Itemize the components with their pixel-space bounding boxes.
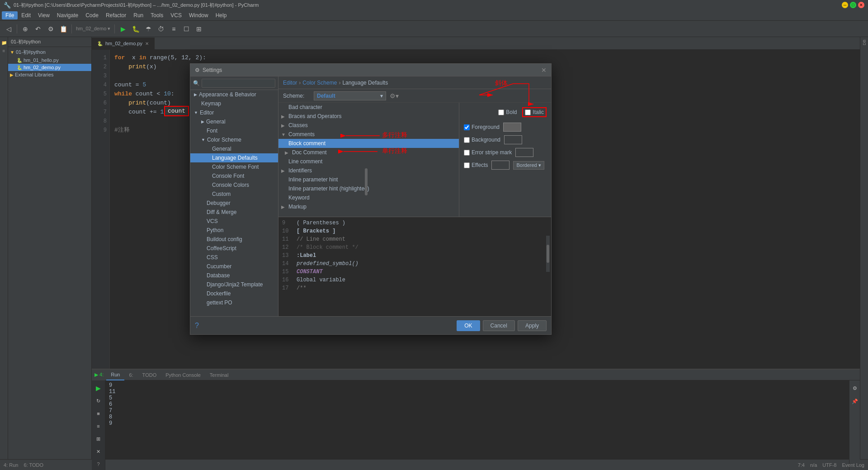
tree-block-comment[interactable]: Block comment bbox=[278, 139, 459, 148]
nav-general[interactable]: ▶ General bbox=[190, 117, 278, 126]
tree-comments[interactable]: ▼ Comments bbox=[278, 130, 459, 139]
tree-file-hello[interactable]: 🐍 hm_01_hello.py bbox=[8, 57, 91, 64]
effects-checkbox-label[interactable]: Effects bbox=[464, 162, 488, 168]
run-settings-button[interactable]: ⚙ bbox=[849, 382, 861, 394]
tab-close-icon[interactable]: ✕ bbox=[145, 41, 149, 46]
bottom-tab-run[interactable]: Run bbox=[106, 370, 124, 380]
bottom-tab-todo[interactable]: 6: bbox=[124, 370, 137, 380]
fg-checkbox-label[interactable]: Foreground bbox=[464, 124, 500, 130]
database-icon[interactable]: DB bbox=[861, 39, 868, 46]
tree-scrollbar[interactable] bbox=[364, 168, 368, 213]
menu-tools[interactable]: Tools bbox=[147, 11, 167, 19]
nav-gettext[interactable]: gettext PO bbox=[190, 298, 278, 307]
status-event-log[interactable]: Event Log bbox=[842, 462, 864, 468]
breadcrumb-color-scheme[interactable]: Color Scheme bbox=[302, 80, 337, 86]
run-btn-4[interactable]: ≡ bbox=[93, 420, 104, 432]
run-btn-5[interactable]: ⊞ bbox=[93, 433, 104, 445]
fg-checkbox[interactable] bbox=[464, 124, 470, 130]
status-run[interactable]: 4: Run bbox=[4, 462, 18, 468]
settings-dialog[interactable]: ⚙ Settings ✕ 🔍 ▶ Appearance & Behavior bbox=[190, 63, 552, 335]
toolbar-btn-2[interactable]: ↶ bbox=[32, 23, 44, 35]
run-btn-6[interactable]: ✕ bbox=[93, 446, 104, 457]
dialog-close-button[interactable]: ✕ bbox=[541, 66, 547, 74]
minimize-button[interactable]: ─ bbox=[842, 2, 848, 8]
run-stop-button[interactable]: ■ bbox=[93, 408, 104, 419]
tree-markup[interactable]: ▶ Markup bbox=[278, 202, 459, 211]
status-todo[interactable]: 6: TODO bbox=[24, 462, 43, 468]
foreground-color-swatch[interactable] bbox=[503, 123, 521, 132]
effects-checkbox[interactable] bbox=[464, 162, 470, 168]
nav-buildout[interactable]: Buildout config bbox=[190, 235, 278, 244]
tree-classes[interactable]: ▶ Classes bbox=[278, 121, 459, 130]
status-encoding[interactable]: UTF-8 bbox=[822, 462, 836, 468]
debug-button[interactable]: 🐛 bbox=[130, 23, 142, 35]
concurrency-button[interactable]: ≡ bbox=[168, 23, 179, 35]
bold-checkbox[interactable] bbox=[498, 109, 504, 115]
breadcrumb-editor[interactable]: Editor bbox=[283, 80, 297, 86]
apply-button[interactable]: Apply bbox=[518, 320, 547, 331]
nav-diff-merge[interactable]: Diff & Merge bbox=[190, 208, 278, 217]
nav-color-scheme[interactable]: ▼ Color Scheme bbox=[190, 135, 278, 144]
tree-identifiers[interactable]: ▶ Identifiers bbox=[278, 166, 459, 175]
tree-inline-hint-highlighted[interactable]: Inline parameter hint (highlighted) bbox=[278, 184, 459, 193]
tree-root-folder[interactable]: ▼ 01-初#python bbox=[8, 48, 91, 57]
background-color-swatch[interactable] bbox=[504, 135, 522, 144]
settings-search-input[interactable] bbox=[202, 79, 275, 88]
help-button[interactable]: ? bbox=[195, 322, 199, 330]
nav-python[interactable]: Python bbox=[190, 226, 278, 235]
close-button[interactable]: ✕ bbox=[858, 2, 864, 8]
menu-code[interactable]: Code bbox=[82, 11, 102, 19]
error-stripe-checkbox-label[interactable]: Error stripe mark bbox=[464, 149, 512, 156]
nav-keymap[interactable]: Keymap bbox=[190, 99, 278, 108]
cancel-button[interactable]: Cancel bbox=[483, 320, 515, 331]
nav-css[interactable]: CSS bbox=[190, 253, 278, 262]
nav-console-font[interactable]: Console Font bbox=[190, 171, 278, 180]
nav-appearance[interactable]: ▶ Appearance & Behavior bbox=[190, 90, 278, 99]
effects-color-swatch[interactable] bbox=[491, 161, 509, 170]
italic-checkbox[interactable] bbox=[525, 109, 531, 115]
menu-vcs[interactable]: VCS bbox=[167, 11, 185, 19]
menu-window[interactable]: Window bbox=[185, 11, 212, 19]
run-btn-7[interactable]: ? bbox=[93, 458, 104, 470]
tree-bad-char[interactable]: Bad character bbox=[278, 103, 459, 112]
nav-editor[interactable]: ▼ Editor bbox=[190, 108, 278, 117]
nav-cucumber[interactable]: Cucumber bbox=[190, 262, 278, 271]
scheme-dropdown[interactable]: Default ▾ bbox=[314, 91, 386, 100]
toolbar-btn-6[interactable]: ⊞ bbox=[193, 23, 205, 35]
menu-file[interactable]: File bbox=[2, 11, 18, 19]
menu-run[interactable]: Run bbox=[130, 11, 147, 19]
nav-django[interactable]: Django/Jinja2 Template bbox=[190, 280, 278, 289]
nav-console-colors[interactable]: Console Colors bbox=[190, 180, 278, 190]
tree-external-libs[interactable]: ▶ External Libraries bbox=[8, 71, 91, 78]
error-stripe-color-swatch[interactable] bbox=[515, 148, 533, 157]
menu-navigate[interactable]: Navigate bbox=[53, 11, 82, 19]
nav-font[interactable]: Font bbox=[190, 126, 278, 135]
effects-style-dropdown[interactable]: Bordered ▾ bbox=[513, 161, 544, 170]
bold-checkbox-label[interactable]: Bold bbox=[498, 109, 517, 115]
toolbar-btn-1[interactable]: ⊕ bbox=[19, 23, 31, 35]
menu-refactor[interactable]: Refactor bbox=[102, 11, 130, 19]
nav-custom[interactable]: Custom bbox=[190, 190, 278, 199]
menu-help[interactable]: Help bbox=[212, 11, 231, 19]
bottom-tab-todo-label[interactable]: TODO bbox=[138, 370, 161, 380]
tree-braces[interactable]: ▶ Braces and Operators bbox=[278, 112, 459, 121]
toolbar-btn-3[interactable]: ⚙ bbox=[45, 23, 57, 35]
tree-inline-hint[interactable]: Inline parameter hint bbox=[278, 175, 459, 184]
tree-keyword[interactable]: Keyword bbox=[278, 193, 459, 202]
toolbar-btn-5[interactable]: ☐ bbox=[180, 23, 192, 35]
run-play-button[interactable]: ▶ bbox=[93, 382, 104, 394]
tree-doc-comment[interactable]: ▶ Doc Comment bbox=[278, 148, 459, 157]
toolbar-back-button[interactable]: ◁ bbox=[3, 23, 14, 35]
scheme-gear-icon[interactable]: ⚙▾ bbox=[390, 92, 399, 100]
coverage-button[interactable]: ☂ bbox=[142, 23, 154, 35]
bg-checkbox-label[interactable]: Background bbox=[464, 137, 500, 143]
nav-database[interactable]: Database bbox=[190, 271, 278, 280]
error-stripe-checkbox[interactable] bbox=[464, 150, 470, 156]
toolbar-btn-4[interactable]: 📋 bbox=[57, 23, 69, 35]
nav-vcs[interactable]: VCS bbox=[190, 217, 278, 226]
run-pin-button[interactable]: 📌 bbox=[849, 395, 861, 407]
tree-file-demo[interactable]: 🐍 hm_02_demo.py bbox=[8, 64, 91, 71]
nav-debugger[interactable]: Debugger bbox=[190, 199, 278, 208]
run-button[interactable]: ▶ bbox=[117, 23, 129, 35]
italic-checkbox-label[interactable]: Italic bbox=[522, 107, 547, 117]
